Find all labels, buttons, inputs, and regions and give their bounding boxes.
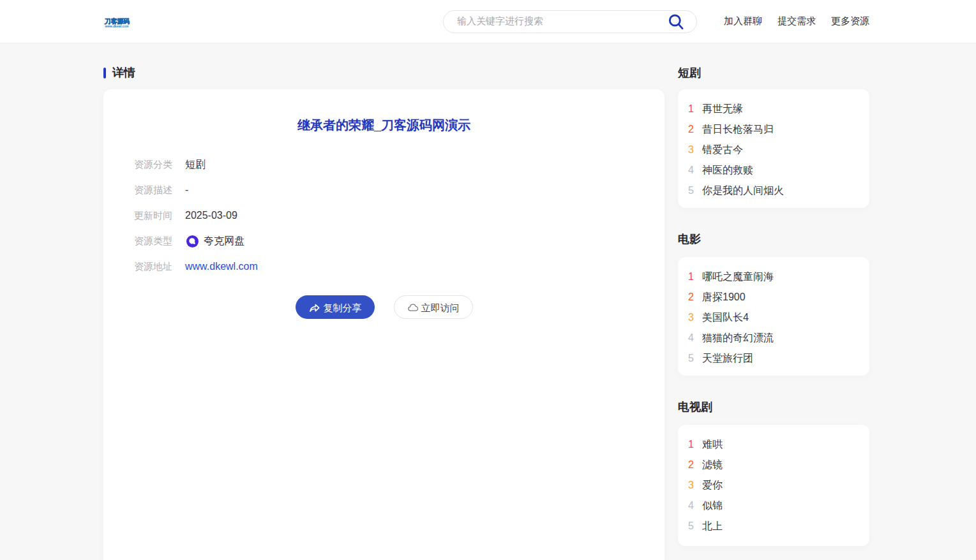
svg-text:刀客源码: 刀客源码: [104, 17, 130, 25]
svg-text:www.dkewl.com: www.dkewl.com: [104, 24, 128, 27]
